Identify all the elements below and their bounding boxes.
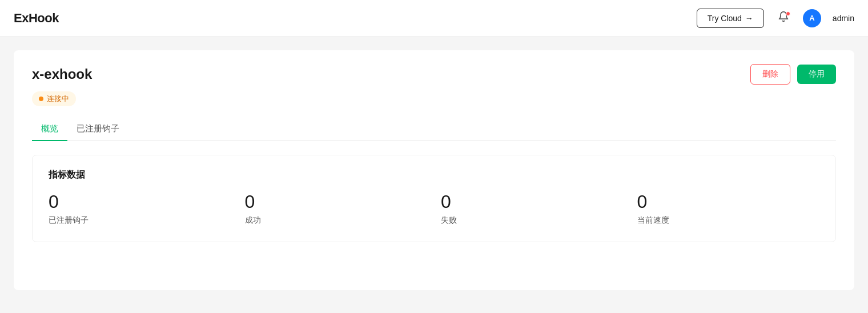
tab-overview[interactable]: 概览 xyxy=(32,118,67,141)
status-badge: 连接中 xyxy=(32,91,76,106)
metric-registered-hooks-label: 已注册钩子 xyxy=(49,215,231,226)
avatar[interactable]: A xyxy=(803,9,821,27)
metric-current-speed: 0 当前速度 xyxy=(637,192,820,226)
metric-success: 0 成功 xyxy=(245,192,428,226)
metric-registered-hooks: 0 已注册钩子 xyxy=(49,192,231,226)
status-dot xyxy=(39,97,43,101)
metrics-title: 指标数据 xyxy=(49,169,819,181)
notification-dot xyxy=(786,11,790,16)
action-buttons: 删除 停用 xyxy=(750,64,836,85)
header: ExHook Try Cloud → A admin xyxy=(0,0,868,37)
metrics-section: 指标数据 0 已注册钩子 0 成功 0 失败 0 当前速度 xyxy=(32,155,836,242)
logo: ExHook xyxy=(14,11,59,26)
disable-button[interactable]: 停用 xyxy=(797,65,836,84)
metric-failure-label: 失败 xyxy=(441,215,624,226)
metrics-grid: 0 已注册钩子 0 成功 0 失败 0 当前速度 xyxy=(49,192,819,226)
username[interactable]: admin xyxy=(833,14,854,23)
tabs: 概览 已注册钩子 xyxy=(32,118,836,141)
metric-success-label: 成功 xyxy=(245,215,428,226)
metric-registered-hooks-value: 0 xyxy=(49,192,231,211)
page-header: x-exhook 删除 停用 xyxy=(32,64,836,85)
main-content: x-exhook 删除 停用 连接中 概览 已注册钩子 指标数据 xyxy=(0,37,868,313)
tab-registered-hooks[interactable]: 已注册钩子 xyxy=(67,118,128,141)
page-title: x-exhook xyxy=(32,66,92,82)
header-right: Try Cloud → A admin xyxy=(697,9,854,28)
metric-failure-value: 0 xyxy=(441,192,624,211)
try-cloud-button[interactable]: Try Cloud → xyxy=(697,9,764,28)
status-label: 连接中 xyxy=(47,94,69,104)
delete-button[interactable]: 删除 xyxy=(750,64,790,85)
try-cloud-label: Try Cloud xyxy=(708,14,742,23)
metric-success-value: 0 xyxy=(245,192,428,211)
metric-failure: 0 失败 xyxy=(441,192,624,226)
try-cloud-arrow: → xyxy=(745,14,753,23)
metric-current-speed-value: 0 xyxy=(637,192,820,211)
metric-current-speed-label: 当前速度 xyxy=(637,215,820,226)
notification-button[interactable] xyxy=(775,10,791,26)
page-card: x-exhook 删除 停用 连接中 概览 已注册钩子 指标数据 xyxy=(14,50,854,290)
